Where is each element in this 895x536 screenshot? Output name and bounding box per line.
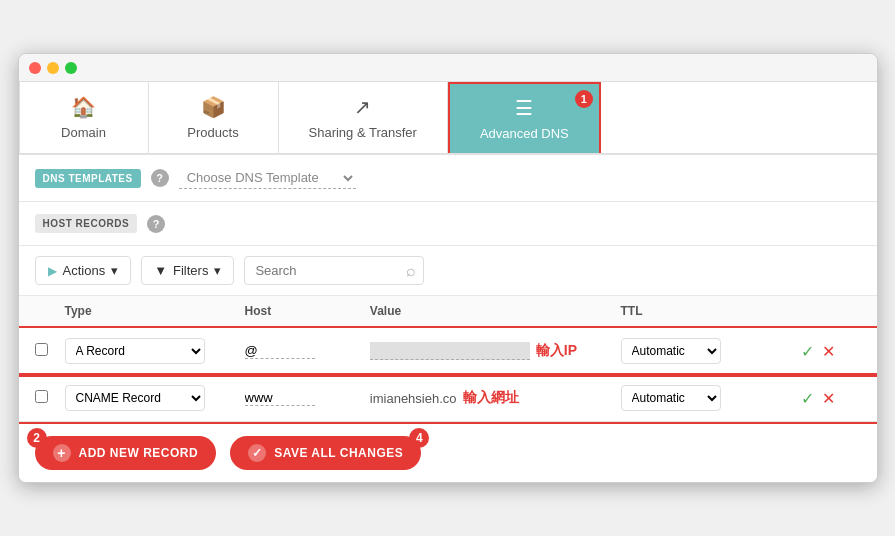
row2-host-input[interactable] [245, 390, 315, 406]
tab-domain-label: Domain [61, 125, 106, 140]
row2-cancel-icon[interactable]: ✕ [822, 389, 835, 408]
row2-type-cell: CNAME Record A Record MX Record TXT Reco… [65, 385, 245, 411]
dns-templates-help[interactable]: ? [151, 169, 169, 187]
row2-checkbox-cell [35, 390, 65, 406]
search-wrapper [244, 256, 424, 285]
header-ttl: TTL [621, 304, 801, 318]
row1-type-select[interactable]: A Record CNAME Record MX Record TXT Reco… [65, 338, 205, 364]
tab-sharing-label: Sharing & Transfer [309, 125, 417, 140]
badge-2: 2 [27, 428, 47, 448]
row1-checkbox[interactable] [35, 343, 48, 356]
advanced-dns-icon: ☰ [515, 96, 533, 120]
table-header: Type Host Value TTL [19, 296, 877, 328]
row2-ttl-select[interactable]: Automatic 1 min 5 min 30 min [621, 385, 721, 411]
row2-confirm-icon[interactable]: ✓ [801, 389, 814, 408]
row1-value-cell: 輸入IP [370, 342, 621, 360]
title-bar [19, 54, 877, 82]
row1-ttl-select[interactable]: Automatic 1 min 5 min 30 min [621, 338, 721, 364]
row1-checkbox-cell [35, 343, 65, 359]
host-records-label[interactable]: HOST RECORDS [35, 214, 138, 233]
products-icon: 📦 [201, 95, 226, 119]
tab-advanced-dns[interactable]: ☰ Advanced DNS 1 [448, 82, 601, 153]
badge-4: 4 [409, 428, 429, 448]
row1-host-cell [245, 343, 370, 359]
host-records-help[interactable]: ? [147, 215, 165, 233]
actions-button[interactable]: ▶ Actions ▾ [35, 256, 132, 285]
row1-actions: ✓ ✕ [801, 342, 861, 361]
row2-host-cell [245, 390, 370, 406]
filters-button[interactable]: ▼ Filters ▾ [141, 256, 234, 285]
domain-icon: 🏠 [71, 95, 96, 119]
add-button-wrapper: 2 + ADD NEW RECORD [35, 436, 217, 470]
row2-checkbox[interactable] [35, 390, 48, 403]
row1-type-cell: A Record CNAME Record MX Record TXT Reco… [65, 338, 245, 364]
sharing-icon: ↗ [354, 95, 371, 119]
dns-template-select[interactable]: Choose DNS Template [179, 167, 356, 189]
main-window: 🏠 Domain 📦 Products ↗ Sharing & Transfer… [18, 53, 878, 483]
row2-actions: ✓ ✕ [801, 389, 861, 408]
window-controls [29, 62, 77, 74]
filters-chevron: ▾ [214, 263, 221, 278]
minimize-dot[interactable] [47, 62, 59, 74]
filters-label: Filters [173, 263, 208, 278]
save-button-label: SAVE ALL CHANGES [274, 446, 403, 460]
row1-value-input[interactable] [370, 342, 530, 360]
plus-icon: + [53, 444, 71, 462]
save-icon: ✓ [248, 444, 266, 462]
row2-cjk-label: 輸入網址 [463, 389, 519, 407]
dns-templates-label[interactable]: DNS TEMPLATES [35, 169, 141, 188]
maximize-dot[interactable] [65, 62, 77, 74]
row1-host-input[interactable] [245, 343, 315, 359]
close-dot[interactable] [29, 62, 41, 74]
row1-cancel-icon[interactable]: ✕ [822, 342, 835, 361]
actions-chevron: ▾ [111, 263, 118, 278]
row2-value-cell: imianehsieh.co 輸入網址 [370, 389, 621, 407]
toolbar: ▶ Actions ▾ ▼ Filters ▾ [19, 246, 877, 296]
tab-products-label: Products [187, 125, 238, 140]
search-input[interactable] [244, 256, 424, 285]
tab-products[interactable]: 📦 Products [149, 82, 279, 153]
header-checkbox-col [35, 304, 65, 318]
header-value: Value [370, 304, 621, 318]
row2-value-text: imianehsieh.co [370, 391, 457, 406]
tab-sharing[interactable]: ↗ Sharing & Transfer [279, 82, 448, 153]
table-row: CNAME Record A Record MX Record TXT Reco… [19, 375, 877, 422]
host-records-section: HOST RECORDS ? [19, 202, 877, 246]
header-host: Host [245, 304, 370, 318]
header-actions [801, 304, 861, 318]
save-button-wrapper: 4 ✓ SAVE ALL CHANGES [230, 436, 421, 470]
save-all-changes-button[interactable]: ✓ SAVE ALL CHANGES [230, 436, 421, 470]
header-type: Type [65, 304, 245, 318]
tab-advanced-dns-label: Advanced DNS [480, 126, 569, 141]
tab-badge: 1 [575, 90, 593, 108]
row1-ttl-cell: Automatic 1 min 5 min 30 min [621, 338, 801, 364]
row1-cjk-label: 輸入IP [536, 342, 577, 360]
actions-label: Actions [63, 263, 106, 278]
tab-domain[interactable]: 🏠 Domain [19, 82, 149, 153]
play-icon: ▶ [48, 264, 57, 278]
table-row: A Record CNAME Record MX Record TXT Reco… [19, 328, 877, 375]
add-button-label: ADD NEW RECORD [79, 446, 199, 460]
row1-confirm-icon[interactable]: ✓ [801, 342, 814, 361]
nav-tabs: 🏠 Domain 📦 Products ↗ Sharing & Transfer… [19, 82, 877, 155]
add-new-record-button[interactable]: + ADD NEW RECORD [35, 436, 217, 470]
footer-bar: 2 + ADD NEW RECORD 4 ✓ SAVE ALL CHANGES [19, 422, 877, 482]
row2-ttl-cell: Automatic 1 min 5 min 30 min [621, 385, 801, 411]
dns-templates-section: DNS TEMPLATES ? Choose DNS Template [19, 155, 877, 202]
filter-icon: ▼ [154, 263, 167, 278]
row2-type-select[interactable]: CNAME Record A Record MX Record TXT Reco… [65, 385, 205, 411]
